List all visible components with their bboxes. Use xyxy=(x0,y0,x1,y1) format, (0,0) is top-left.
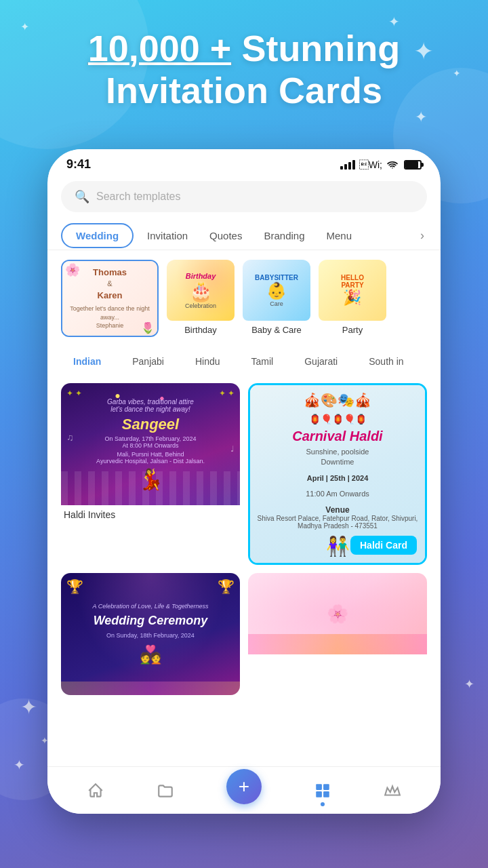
status-time: 9:41 xyxy=(66,157,91,172)
chip-tamil[interactable]: Tamil xyxy=(239,352,286,371)
svg-rect-3 xyxy=(323,791,329,797)
category-tabs: Wedding Invitation Quotes Branding Menu … xyxy=(47,222,441,250)
chip-southin[interactable]: South in xyxy=(357,352,415,371)
hero-title: 10,000 + Stunning Invitation Cards xyxy=(0,27,488,111)
fab-button[interactable]: + xyxy=(226,769,262,804)
battery-icon xyxy=(404,160,422,170)
folder-icon xyxy=(157,782,174,800)
template-card-baby[interactable]: BABYSITTER 👶 Care Baby & Care xyxy=(243,260,310,337)
template-card-birthday[interactable]: Birthday 🎂 Celebration Birthday xyxy=(167,260,235,337)
crown-icon xyxy=(384,782,401,800)
tabs-arrow[interactable]: › xyxy=(418,222,427,250)
chip-panjabi[interactable]: Panjabi xyxy=(120,352,176,371)
chip-indian[interactable]: Indian xyxy=(61,352,113,371)
svg-rect-1 xyxy=(323,784,329,790)
search-placeholder: Search templates xyxy=(96,191,181,203)
carnival-title: Carnival Haldi xyxy=(292,429,382,444)
card-carnival-haldi[interactable]: 🎪🎨🎭🎪 🏮🎈🏮🎈🏮 Carnival Haldi Sunshine, pool… xyxy=(248,383,427,565)
card-floral[interactable]: 🌸 xyxy=(248,573,427,695)
template-card-baby-label: Baby & Care xyxy=(243,325,310,335)
signal-icon xyxy=(340,160,355,170)
chip-hindu[interactable]: Hindu xyxy=(183,352,232,371)
nav-crown[interactable] xyxy=(384,782,401,800)
tab-invitation[interactable]: Invitation xyxy=(136,223,199,248)
template-card-birthday-label: Birthday xyxy=(167,325,235,335)
wifi-icon xyxy=(386,160,399,170)
tab-menu[interactable]: Menu xyxy=(316,223,363,248)
template-card-party[interactable]: HELLO PARTY 🎉 Party xyxy=(319,260,386,337)
tab-quotes[interactable]: Quotes xyxy=(199,223,253,248)
card-wedding-ceremony[interactable]: 🏆 🏆 A Celebration of Love, Life & Togeth… xyxy=(61,573,240,695)
tab-branding[interactable]: Branding xyxy=(253,223,315,248)
nav-home[interactable] xyxy=(87,782,104,800)
haldi-card-badge: Haldi Card xyxy=(350,536,417,555)
haldi-card-title: Sangeel xyxy=(96,416,205,433)
cards-grid: ✦ ✦ ✦ ✦ ♫ ♩ Garba vibes, traditional att… xyxy=(47,376,441,749)
template-categories-row: 🌸 Thomas & Karen Together let's dance th… xyxy=(47,250,441,347)
search-icon: 🔍 xyxy=(75,189,89,204)
chip-gujarati[interactable]: Gujarati xyxy=(292,352,350,371)
grid-icon xyxy=(314,782,331,800)
card-haldi-invites[interactable]: ✦ ✦ ✦ ✦ ♫ ♩ Garba vibes, traditional att… xyxy=(61,383,240,565)
phone-mockup: 9:41 Wi; 🔍 Search templates xyxy=(47,149,441,814)
wifi-icon: Wi; xyxy=(359,159,382,170)
tab-wedding[interactable]: Wedding xyxy=(61,223,134,248)
template-card-wedding[interactable]: 🌸 Thomas & Karen Together let's dance th… xyxy=(61,260,159,337)
svg-rect-2 xyxy=(316,791,322,797)
filter-chips: Indian Panjabi Hindu Tamil Gujarati Sout… xyxy=(47,347,441,376)
home-icon xyxy=(87,782,104,800)
nav-folder[interactable] xyxy=(157,782,174,800)
status-bar: 9:41 Wi; xyxy=(47,149,441,176)
status-icons: Wi; xyxy=(340,159,422,170)
nav-grid[interactable] xyxy=(314,782,331,800)
template-card-party-label: Party xyxy=(319,325,386,335)
card-haldi-invites-label: Haldi Invites xyxy=(61,509,240,526)
search-bar[interactable]: 🔍 Search templates xyxy=(61,181,427,212)
svg-rect-0 xyxy=(316,784,322,790)
